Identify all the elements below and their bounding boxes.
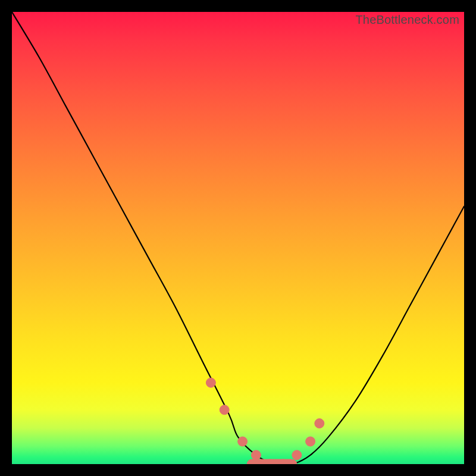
- curve-layer: [12, 12, 464, 464]
- plot-area: TheBottleneck.com: [12, 12, 464, 464]
- data-marker: [306, 437, 315, 446]
- marker-group: [206, 378, 324, 464]
- data-marker: [315, 419, 324, 428]
- data-marker: [238, 437, 248, 446]
- bottleneck-curve: [12, 12, 464, 464]
- data-marker: [206, 378, 215, 387]
- flat-band: [247, 459, 297, 464]
- data-marker: [220, 405, 229, 415]
- data-marker: [292, 450, 302, 460]
- data-marker: [251, 450, 261, 460]
- chart-frame: TheBottleneck.com: [0, 0, 476, 476]
